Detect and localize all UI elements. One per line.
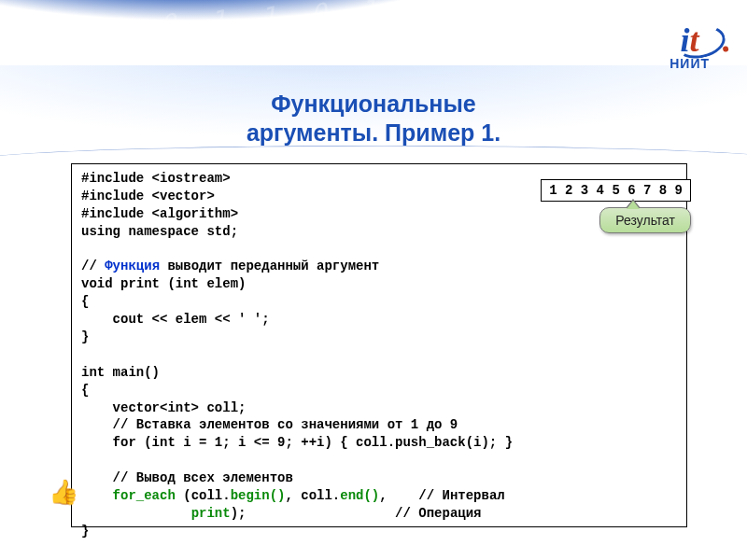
logo-it: it: [681, 21, 699, 60]
logo: it НИИТ: [669, 21, 710, 71]
code-l16g: , // Интервал: [379, 488, 504, 503]
result-label: Результат: [599, 207, 691, 233]
code-l17b: print: [191, 506, 231, 521]
title-line-2: аргументы. Пример 1.: [0, 119, 747, 147]
code-l16a: [81, 488, 113, 503]
code-l12: vector<int> coll;: [81, 400, 246, 415]
code-l15: // Вывод всех элементов: [81, 470, 293, 485]
code-l4: using namespace std;: [81, 224, 238, 239]
code-l8: cout << elem << ' ';: [81, 312, 270, 327]
code-l17a: [81, 506, 191, 521]
code-l16c: (coll.: [176, 488, 231, 503]
code-l16b: for_each: [113, 488, 176, 503]
code-l16e: , coll.: [285, 488, 340, 503]
code-l17c: ); // Операция: [231, 506, 482, 521]
code-l13: // Вставка элементов со значениями от 1 …: [81, 417, 458, 432]
code-l10: int main(): [81, 365, 160, 380]
code-l6: void print (int elem): [81, 276, 246, 291]
code-l14: for (int i = 1; i <= 9; ++i) { coll.push…: [81, 435, 513, 450]
code-l16f: end(): [340, 488, 379, 503]
code-l5-post: выводит переданный аргумент: [160, 259, 379, 273]
output-text: 1 2 3 4 5 6 7 8 9: [549, 183, 683, 198]
output-box: 1 2 3 4 5 6 7 8 9: [541, 179, 691, 202]
code-l1: #include <iostream>: [81, 171, 231, 186]
page-title: Функциональные аргументы. Пример 1.: [0, 90, 747, 148]
code-l3: #include <algorithm>: [81, 206, 238, 221]
code-l16d: begin(): [231, 488, 286, 503]
code-l2: #include <vector>: [81, 189, 215, 203]
code-l7: {: [81, 294, 89, 309]
code-listing: #include <iostream> #include <vector> #i…: [71, 163, 687, 527]
title-line-1: Функциональные: [0, 90, 747, 119]
result-callout: Результат: [599, 207, 691, 233]
code-l5-pre: //: [81, 259, 105, 273]
thumbs-up-icon: 👍: [49, 478, 78, 507]
code-l11: {: [81, 383, 89, 398]
code-l5-hi: Функция: [105, 259, 160, 273]
code-l18: }: [81, 524, 89, 539]
code-l9: }: [81, 329, 89, 344]
